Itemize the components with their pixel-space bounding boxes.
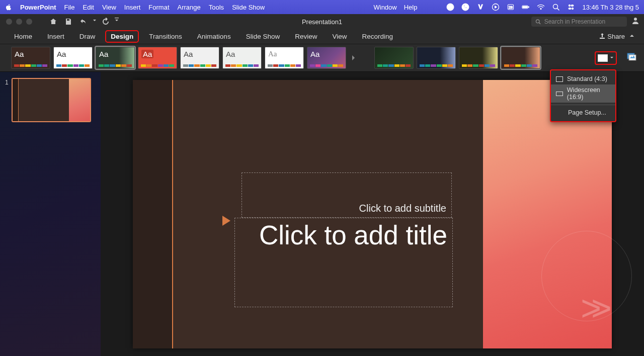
document-title: Presentation1 — [302, 18, 342, 26]
title-placeholder[interactable]: Click to add title — [234, 218, 453, 307]
undo-dropdown-icon[interactable] — [93, 17, 97, 26]
ratio-16-9-icon — [556, 92, 563, 96]
date-icon[interactable]: 28 — [507, 3, 515, 11]
size-widescreen-label: Widescreen (16:9) — [567, 86, 610, 101]
slide-size-menu: Standard (4:3) Widescreen (16:9) Page Se… — [550, 69, 616, 122]
theme-thumb-2[interactable]: Aa — [53, 47, 93, 69]
svg-point-12 — [569, 5, 571, 7]
slide[interactable]: >> Click to add subtitle Click to add ti… — [133, 80, 612, 348]
size-standard-item[interactable]: Standard (4:3) — [551, 73, 615, 84]
close-window-icon[interactable] — [6, 19, 12, 25]
tab-insert[interactable]: Insert — [42, 30, 69, 43]
menu-edit[interactable]: Edit — [83, 4, 94, 11]
tab-view[interactable]: View — [327, 30, 352, 43]
app-name-menu[interactable]: PowerPoint — [20, 4, 56, 11]
svg-rect-13 — [571, 5, 574, 7]
apple-logo-icon[interactable] — [5, 4, 12, 11]
control-center-icon[interactable] — [567, 3, 575, 11]
svg-point-17 — [536, 20, 539, 23]
theme-aa-label: Aa — [226, 50, 235, 58]
playback-icon[interactable] — [492, 3, 500, 11]
theme-aa-label: Aa — [99, 50, 108, 58]
svg-rect-8 — [523, 6, 527, 8]
search-box[interactable] — [531, 17, 627, 27]
menu-window[interactable]: Window — [373, 4, 396, 11]
theme-thumb-8[interactable]: Aa — [307, 47, 346, 69]
menu-view[interactable]: View — [102, 4, 116, 11]
workspace: 1 >> Click to add subtitle Click to add … — [0, 72, 644, 356]
title-text: Click to add title — [259, 220, 447, 251]
v-icon[interactable]: V — [476, 3, 485, 11]
share-label: Share — [607, 33, 625, 40]
search-input[interactable] — [544, 18, 623, 25]
menu-file[interactable]: File — [64, 4, 75, 11]
spotlight-icon[interactable] — [552, 3, 560, 11]
theme-aa-label: Aa — [184, 50, 193, 58]
save-icon[interactable] — [62, 16, 74, 28]
menubar-clock[interactable]: 13:46 Th 3 28 thg 5 — [582, 4, 639, 11]
subtitle-placeholder[interactable]: Click to add subtitle — [242, 172, 452, 218]
theme-thumb-3[interactable]: Aa — [96, 47, 135, 69]
theme-thumb-7[interactable]: Aa — [265, 47, 304, 69]
tab-review[interactable]: Review — [290, 30, 322, 43]
home-icon[interactable] — [47, 16, 59, 28]
svg-line-18 — [539, 22, 540, 24]
line-app-icon[interactable]: … — [446, 3, 454, 11]
svg-text:…: … — [448, 5, 452, 10]
theme-thumb-1[interactable]: Aa — [11, 47, 50, 69]
menu-insert[interactable]: Insert — [124, 4, 141, 11]
tab-draw[interactable]: Draw — [74, 30, 101, 43]
variant-thumb-2[interactable] — [417, 47, 456, 69]
menu-help[interactable]: Help — [404, 4, 418, 11]
menu-arrange[interactable]: Arrange — [178, 4, 201, 11]
theme-aa-label: Aa — [268, 50, 277, 58]
tab-recording[interactable]: Recording — [357, 30, 398, 43]
themes-more-icon[interactable] — [349, 47, 357, 69]
theme-thumb-4[interactable]: Aa — [138, 47, 177, 69]
svg-point-15 — [572, 8, 574, 10]
triangle-decorator-icon — [222, 216, 230, 226]
menu-slideshow[interactable]: Slide Show — [232, 4, 265, 11]
svg-rect-20 — [600, 38, 605, 39]
slide-size-button[interactable] — [595, 51, 617, 65]
window-controls[interactable] — [0, 19, 32, 25]
theme-aa-label: Aa — [310, 50, 319, 58]
slide-thumbnail-1[interactable] — [12, 78, 91, 122]
battery-icon[interactable] — [522, 3, 530, 11]
svg-rect-14 — [569, 8, 571, 10]
slide-thumbnails-panel[interactable]: 1 — [0, 72, 101, 356]
menu-format[interactable]: Format — [148, 4, 169, 11]
svg-rect-16 — [115, 18, 119, 18]
slide-number: 1 — [5, 79, 9, 122]
slide-size-icon — [598, 54, 608, 62]
viber-icon[interactable] — [461, 3, 469, 11]
tab-transitions[interactable]: Transitions — [144, 30, 187, 43]
tab-home[interactable]: Home — [9, 30, 37, 43]
macos-menubar: PowerPoint File Edit View Insert Format … — [0, 0, 644, 14]
format-background-button[interactable] — [626, 51, 637, 64]
account-icon[interactable] — [631, 16, 640, 27]
variant-thumb-3[interactable] — [459, 47, 498, 69]
size-widescreen-item[interactable]: Widescreen (16:9) — [551, 84, 615, 103]
theme-thumb-5[interactable]: Aa — [180, 47, 219, 69]
qat-customize-icon[interactable] — [115, 17, 119, 26]
redo-icon[interactable] — [100, 16, 112, 28]
theme-thumb-6[interactable]: Aa — [222, 47, 262, 69]
wifi-icon[interactable] — [537, 3, 545, 11]
variant-thumb-4[interactable] — [501, 47, 540, 69]
chevron-down-icon — [610, 56, 614, 60]
theme-aa-label: Aa — [57, 50, 66, 58]
undo-icon[interactable] — [77, 16, 90, 28]
zoom-window-icon[interactable] — [26, 19, 32, 25]
svg-text:V: V — [478, 3, 483, 11]
tab-slideshow[interactable]: Slide Show — [241, 30, 285, 43]
page-setup-item[interactable]: Page Setup... — [551, 107, 615, 118]
minimize-window-icon[interactable] — [16, 19, 22, 25]
tab-design[interactable]: Design — [105, 30, 139, 43]
menu-tools[interactable]: Tools — [209, 4, 224, 11]
collapse-ribbon-icon[interactable] — [629, 33, 635, 40]
variant-thumb-1[interactable] — [374, 47, 414, 69]
share-button[interactable]: Share — [599, 33, 625, 40]
tab-animations[interactable]: Animations — [192, 30, 236, 43]
size-standard-label: Standard (4:3) — [567, 75, 607, 82]
